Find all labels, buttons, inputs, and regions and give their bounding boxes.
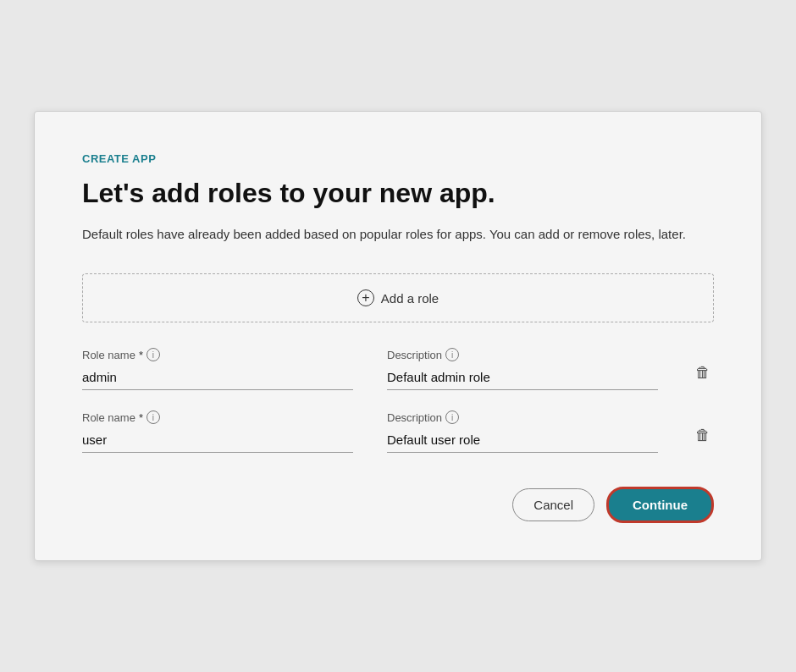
add-role-icon: + <box>357 289 374 306</box>
role-row-2: Role name * i Description i 🗑 <box>82 410 714 453</box>
cancel-button[interactable]: Cancel <box>512 488 594 521</box>
add-role-button[interactable]: + Add a role <box>82 273 714 322</box>
required-star-2: * <box>139 411 143 424</box>
role-row-1: Role name * i Description i 🗑 <box>82 348 714 390</box>
description-label-2: Description i <box>387 410 658 424</box>
role-name-info-icon-1[interactable]: i <box>146 348 160 361</box>
role-name-group-2: Role name * i <box>82 410 353 453</box>
page-title: Let's add roles to your new app. <box>82 177 714 209</box>
footer-actions: Cancel Continue <box>82 487 714 523</box>
description-group-2: Description i <box>387 410 658 453</box>
role-name-input-2[interactable] <box>82 429 353 453</box>
delete-role-button-1[interactable]: 🗑 <box>692 361 714 385</box>
description-input-1[interactable] <box>387 366 658 390</box>
create-app-label: CREATE APP <box>82 152 714 165</box>
role-name-label-2: Role name * i <box>82 410 353 424</box>
role-name-label-1: Role name * i <box>82 348 353 361</box>
description-info-icon-1[interactable]: i <box>445 348 459 361</box>
required-star-1: * <box>139 349 143 361</box>
description-label-1: Description i <box>387 348 658 361</box>
role-name-info-icon-2[interactable]: i <box>146 410 160 424</box>
description-input-2[interactable] <box>387 429 658 453</box>
modal-container: CREATE APP Let's add roles to your new a… <box>34 111 762 561</box>
role-name-input-1[interactable] <box>82 366 353 390</box>
continue-button[interactable]: Continue <box>606 487 714 523</box>
page-description: Default roles have already been added ba… <box>82 224 714 245</box>
role-name-group-1: Role name * i <box>82 348 353 390</box>
delete-role-button-2[interactable]: 🗑 <box>692 423 714 448</box>
description-group-1: Description i <box>387 348 658 390</box>
description-info-icon-2[interactable]: i <box>445 410 459 424</box>
add-role-label: Add a role <box>381 291 439 306</box>
